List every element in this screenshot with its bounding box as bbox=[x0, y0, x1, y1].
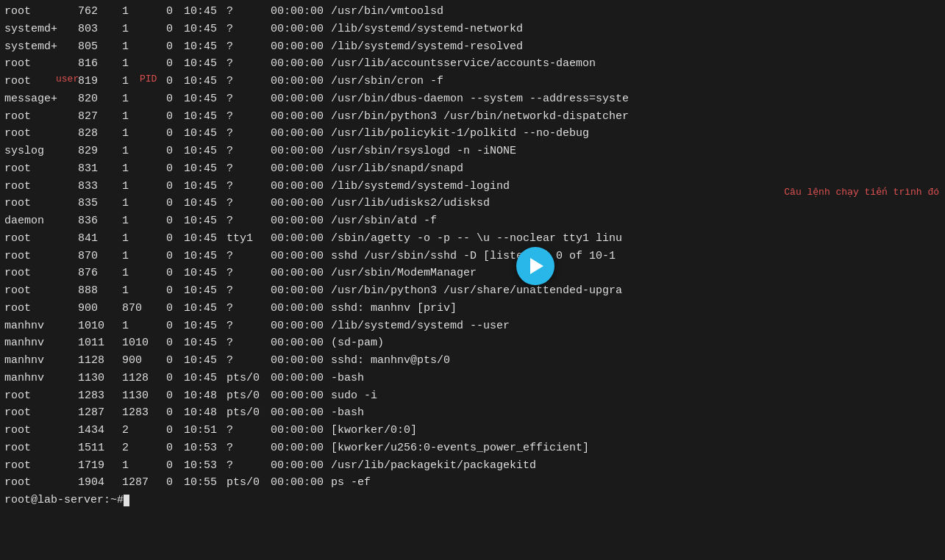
col-cmd: sshd /usr/sbin/sshd -D [listener] 0 of 1… bbox=[327, 248, 945, 265]
col-user: root bbox=[0, 387, 74, 405]
col-stime: 10:45 bbox=[179, 90, 222, 108]
col-tty: ? bbox=[222, 422, 266, 439]
col-user: systemd+ bbox=[0, 38, 74, 56]
table-row: root8761010:45?00:00:00/usr/sbin/ModemMa… bbox=[0, 265, 945, 282]
col-user: root bbox=[0, 282, 74, 300]
col-user: root bbox=[0, 178, 74, 195]
col-c: 0 bbox=[162, 230, 179, 248]
col-c: 0 bbox=[162, 387, 179, 405]
col-pid: 831 bbox=[74, 160, 118, 178]
table-row: root7621010:45?00:00:00/usr/bin/vmtoolsd bbox=[0, 3, 945, 21]
col-c: 0 bbox=[162, 160, 179, 178]
col-pid: 888 bbox=[74, 282, 118, 300]
table-row: manhnv10111010010:45?00:00:00(sd-pam) bbox=[0, 334, 945, 352]
col-elapsed: 00:00:00 bbox=[266, 178, 327, 195]
col-tty: ? bbox=[222, 195, 266, 212]
table-row: root12831130010:48pts/000:00:00sudo -i bbox=[0, 387, 945, 405]
col-pid: 835 bbox=[74, 195, 118, 212]
col-stime: 10:45 bbox=[179, 178, 222, 195]
col-c: 0 bbox=[162, 21, 179, 38]
col-c: 0 bbox=[162, 317, 179, 335]
col-c: 0 bbox=[162, 178, 179, 195]
col-stime: 10:45 bbox=[179, 370, 222, 387]
col-pid: 820 bbox=[74, 90, 118, 108]
col-tty: ? bbox=[222, 3, 266, 21]
col-elapsed: 00:00:00 bbox=[266, 160, 327, 178]
col-stime: 10:45 bbox=[179, 248, 222, 265]
col-cmd: /usr/bin/python3 /usr/bin/networkd-dispa… bbox=[327, 108, 945, 126]
col-tty: ? bbox=[222, 38, 266, 56]
col-tty: ? bbox=[222, 73, 266, 90]
col-tty: ? bbox=[222, 334, 266, 352]
table-row: root14342010:51?00:00:00[kworker/0:0] bbox=[0, 422, 945, 439]
col-ppid: 1 bbox=[118, 108, 162, 126]
col-tty: ? bbox=[222, 317, 266, 335]
col-elapsed: 00:00:00 bbox=[266, 370, 327, 387]
col-pid: 816 bbox=[74, 55, 118, 73]
col-stime: 10:45 bbox=[179, 230, 222, 248]
col-tty: ? bbox=[222, 248, 266, 265]
col-cmd: /usr/bin/python3 /usr/share/unattended-u… bbox=[327, 282, 945, 300]
table-row: manhnv10101010:45?00:00:00/lib/systemd/s… bbox=[0, 317, 945, 335]
col-pid: 841 bbox=[74, 230, 118, 248]
table-row: root8881010:45?00:00:00/usr/bin/python3 … bbox=[0, 282, 945, 300]
col-c: 0 bbox=[162, 282, 179, 300]
col-elapsed: 00:00:00 bbox=[266, 125, 327, 143]
play-button-wrapper[interactable] bbox=[516, 247, 554, 285]
col-ppid: 1 bbox=[118, 55, 162, 73]
col-user: manhnv bbox=[0, 370, 74, 387]
col-ppid: 1 bbox=[118, 3, 162, 21]
col-user: root bbox=[0, 422, 74, 439]
col-pid: 828 bbox=[74, 125, 118, 143]
table-row: root8281010:45?00:00:00/usr/lib/policyki… bbox=[0, 125, 945, 143]
col-stime: 10:45 bbox=[179, 317, 222, 335]
col-pid: 1010 bbox=[74, 317, 118, 335]
col-elapsed: 00:00:00 bbox=[266, 352, 327, 370]
col-pid: 803 bbox=[74, 21, 118, 38]
col-ppid: 1 bbox=[118, 317, 162, 335]
table-row: root8161010:45?00:00:00/usr/lib/accounts… bbox=[0, 55, 945, 73]
table-row: root12871283010:48pts/000:00:00-bash bbox=[0, 404, 945, 422]
col-tty: ? bbox=[222, 160, 266, 178]
col-pid: 1719 bbox=[74, 457, 118, 475]
table-row: message+8201010:45?00:00:00/usr/bin/dbus… bbox=[0, 90, 945, 108]
col-c: 0 bbox=[162, 300, 179, 317]
table-row: manhnv11301128010:45pts/000:00:00-bash bbox=[0, 370, 945, 387]
col-tty: pts/0 bbox=[222, 387, 266, 405]
col-cmd: /usr/lib/snapd/snapd bbox=[327, 160, 945, 178]
col-stime: 10:45 bbox=[179, 195, 222, 212]
terminal-window: user PID Câu lệnh chạy tiến trình đó roo… bbox=[0, 0, 945, 560]
col-elapsed: 00:00:00 bbox=[266, 300, 327, 317]
col-cmd: /usr/lib/policykit-1/polkitd --no-debug bbox=[327, 125, 945, 143]
col-user: root bbox=[0, 3, 74, 21]
col-c: 0 bbox=[162, 265, 179, 282]
col-c: 0 bbox=[162, 370, 179, 387]
col-tty: ? bbox=[222, 457, 266, 475]
col-elapsed: 00:00:00 bbox=[266, 474, 327, 492]
col-ppid: 870 bbox=[118, 300, 162, 317]
col-ppid: 1 bbox=[118, 21, 162, 38]
col-c: 0 bbox=[162, 55, 179, 73]
col-pid: 827 bbox=[74, 108, 118, 126]
col-stime: 10:45 bbox=[179, 160, 222, 178]
col-c: 0 bbox=[162, 457, 179, 475]
col-cmd: /lib/systemd/systemd-resolved bbox=[327, 38, 945, 56]
col-pid: 833 bbox=[74, 178, 118, 195]
col-cmd: -bash bbox=[327, 370, 945, 387]
col-pid: 836 bbox=[74, 212, 118, 230]
col-tty: pts/0 bbox=[222, 474, 266, 492]
col-c: 0 bbox=[162, 90, 179, 108]
col-stime: 10:53 bbox=[179, 439, 222, 457]
col-cmd: /usr/sbin/ModemManager bbox=[327, 265, 945, 282]
col-c: 0 bbox=[162, 195, 179, 212]
col-tty: ? bbox=[222, 282, 266, 300]
col-tty: ? bbox=[222, 143, 266, 160]
prompt-line: root@lab-server:~# bbox=[0, 492, 945, 509]
col-stime: 10:48 bbox=[179, 404, 222, 422]
col-elapsed: 00:00:00 bbox=[266, 404, 327, 422]
col-cmd: (sd-pam) bbox=[327, 334, 945, 352]
col-elapsed: 00:00:00 bbox=[266, 457, 327, 475]
col-ppid: 1 bbox=[118, 265, 162, 282]
col-pid: 900 bbox=[74, 300, 118, 317]
play-button[interactable] bbox=[516, 247, 554, 285]
